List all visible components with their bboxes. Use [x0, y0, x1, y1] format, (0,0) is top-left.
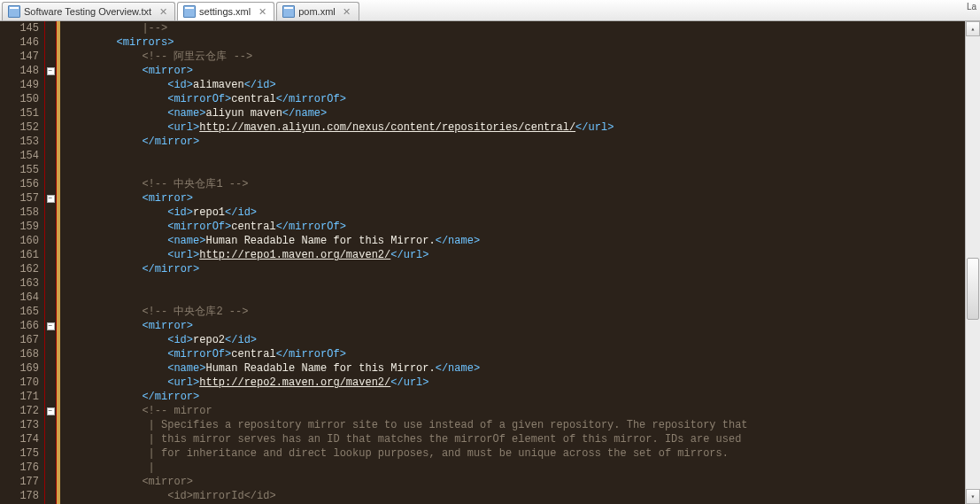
- code-line[interactable]: <mirrors>: [66, 35, 965, 50]
- code-line[interactable]: <mirror>: [66, 64, 965, 78]
- editor-area: 1451461471481491501511521531541551561571…: [0, 21, 980, 504]
- file-icon: [282, 5, 295, 18]
- fold-spacer: [45, 432, 56, 446]
- line-number: 157: [0, 191, 39, 205]
- close-icon[interactable]: ✕: [157, 5, 169, 18]
- code-line[interactable]: <id>mirrorId</id>: [66, 489, 965, 503]
- fold-spacer: [45, 446, 56, 461]
- line-number: 177: [0, 475, 39, 489]
- line-number: 176: [0, 461, 39, 475]
- line-number: 168: [0, 347, 39, 361]
- fold-spacer: [45, 276, 56, 291]
- fold-spacer: [45, 220, 56, 234]
- line-number: 162: [0, 262, 39, 276]
- fold-spacer: [45, 234, 56, 248]
- line-number: 172: [0, 404, 39, 418]
- tab-label: pom.xml: [298, 6, 336, 17]
- fold-collapse-icon[interactable]: −: [45, 319, 56, 333]
- file-icon: [183, 5, 196, 18]
- fold-collapse-icon[interactable]: −: [45, 404, 56, 418]
- fold-spacer: [45, 248, 56, 262]
- line-number: 145: [0, 21, 39, 35]
- code-line[interactable]: <!-- 中央仓库1 -->: [66, 177, 965, 191]
- line-number: 169: [0, 361, 39, 376]
- code-line[interactable]: <mirror>: [66, 475, 965, 489]
- fold-spacer: [45, 78, 56, 92]
- fold-spacer: [45, 120, 56, 135]
- code-line[interactable]: | this mirror serves has an ID that matc…: [66, 432, 965, 446]
- fold-collapse-icon[interactable]: −: [45, 191, 56, 205]
- code-line[interactable]: [66, 291, 965, 305]
- scroll-down-button[interactable]: ▾: [966, 489, 980, 504]
- file-icon: [8, 5, 20, 18]
- fold-spacer: [45, 376, 56, 390]
- code-line[interactable]: </mirror>: [66, 390, 965, 404]
- fold-spacer: [45, 461, 56, 475]
- tab-file-2[interactable]: pom.xml ✕: [276, 2, 359, 20]
- code-line[interactable]: <!-- 阿里云仓库 -->: [66, 50, 965, 64]
- fold-spacer: [45, 177, 56, 191]
- code-line[interactable]: <id>alimaven</id>: [66, 78, 965, 92]
- scroll-track[interactable]: [966, 36, 980, 489]
- code-line[interactable]: <id>repo1</id>: [66, 205, 965, 220]
- window-corner-label: La: [967, 2, 976, 12]
- scroll-thumb[interactable]: [967, 258, 979, 320]
- line-number: 150: [0, 92, 39, 106]
- line-number: 170: [0, 376, 39, 390]
- code-line[interactable]: <name>aliyun maven</name>: [66, 106, 965, 120]
- line-number: 154: [0, 149, 39, 163]
- fold-collapse-icon[interactable]: −: [45, 64, 56, 78]
- tab-label: Software Testing Overview.txt: [24, 6, 151, 17]
- vertical-scrollbar[interactable]: ▴ ▾: [965, 21, 980, 504]
- tab-file-0[interactable]: Software Testing Overview.txt ✕: [2, 2, 175, 20]
- tab-label: settings.xml: [199, 6, 251, 17]
- code-line[interactable]: [66, 163, 965, 177]
- code-line[interactable]: <mirror>: [66, 191, 965, 205]
- code-line[interactable]: <url>http://maven.aliyun.com/nexus/conte…: [66, 120, 965, 135]
- line-number: 165: [0, 305, 39, 319]
- line-number: 175: [0, 446, 39, 461]
- fold-spacer: [45, 262, 56, 276]
- code-line[interactable]: <!-- mirror: [66, 404, 965, 418]
- code-line[interactable]: <id>repo2</id>: [66, 333, 965, 347]
- code-line[interactable]: [66, 149, 965, 163]
- code-line[interactable]: </mirror>: [66, 135, 965, 149]
- line-number: 148: [0, 64, 39, 78]
- code-line[interactable]: <mirrorOf>central</mirrorOf>: [66, 92, 965, 106]
- fold-spacer: [45, 35, 56, 50]
- line-number: 167: [0, 333, 39, 347]
- line-number: 155: [0, 163, 39, 177]
- tab-file-1[interactable]: settings.xml ✕: [177, 2, 274, 20]
- fold-spacer: [45, 418, 56, 432]
- code-line[interactable]: |: [66, 461, 965, 475]
- close-icon[interactable]: ✕: [341, 5, 353, 18]
- code-line[interactable]: | for inheritance and direct lookup purp…: [66, 446, 965, 461]
- fold-spacer: [45, 163, 56, 177]
- fold-spacer: [45, 92, 56, 106]
- code-line[interactable]: | Specifies a repository mirror site to …: [66, 418, 965, 432]
- code-line[interactable]: <url>http://repo2.maven.org/maven2/</url…: [66, 376, 965, 390]
- code-line[interactable]: <mirrorOf>central</mirrorOf>: [66, 220, 965, 234]
- line-number-gutter: 1451461471481491501511521531541551561571…: [0, 21, 44, 504]
- fold-spacer: [45, 149, 56, 163]
- code-line[interactable]: <name>Human Readable Name for this Mirro…: [66, 361, 965, 376]
- code-line[interactable]: |-->: [66, 21, 965, 35]
- code-line[interactable]: <!-- 中央仓库2 -->: [66, 305, 965, 319]
- code-line[interactable]: [66, 276, 965, 291]
- fold-spacer: [45, 205, 56, 220]
- code-line[interactable]: <name>Human Readable Name for this Mirro…: [66, 234, 965, 248]
- code-line[interactable]: <mirrorOf>central</mirrorOf>: [66, 347, 965, 361]
- fold-column[interactable]: −−−−: [44, 21, 57, 504]
- line-number: 163: [0, 276, 39, 291]
- close-icon[interactable]: ✕: [256, 5, 268, 18]
- line-number: 147: [0, 50, 39, 64]
- line-number: 171: [0, 390, 39, 404]
- line-number: 174: [0, 432, 39, 446]
- code-content[interactable]: |--> <mirrors> <!-- 阿里云仓库 --> <mirror> <…: [60, 21, 965, 504]
- code-line[interactable]: <mirror>: [66, 319, 965, 333]
- fold-spacer: [45, 361, 56, 376]
- code-line[interactable]: </mirror>: [66, 262, 965, 276]
- scroll-up-button[interactable]: ▴: [966, 21, 980, 36]
- line-number: 173: [0, 418, 39, 432]
- code-line[interactable]: <url>http://repo1.maven.org/maven2/</url…: [66, 248, 965, 262]
